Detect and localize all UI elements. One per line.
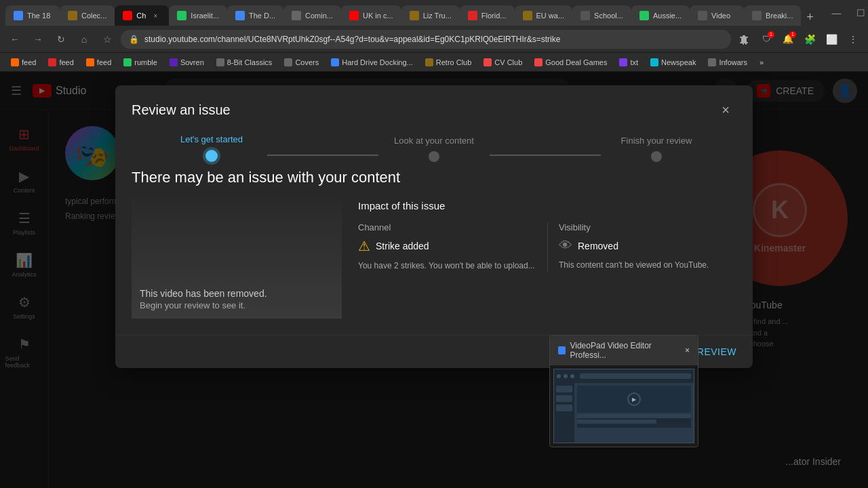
video-preview: This video has been removed. Begin your …	[132, 200, 342, 319]
tab-11[interactable]: School...	[572, 5, 631, 26]
removed-item: 👁 Removed	[559, 238, 726, 253]
bookmark-favicon-cvclub	[484, 58, 492, 66]
videopad-toolbar	[554, 369, 693, 383]
bookmark-label-infowars: Infowars	[719, 58, 747, 66]
bookmark-infowars[interactable]: Infowars	[703, 57, 753, 68]
sidebar-toggle-icon[interactable]: ⬜	[822, 30, 841, 49]
bookmark-retro[interactable]: Retro Club	[420, 57, 477, 68]
tab-6[interactable]: Comin...	[283, 5, 341, 26]
sidebar-item-mini-2	[556, 395, 572, 402]
strike-warning-icon: ⚠	[358, 238, 370, 254]
bookmark-label-2: feed	[59, 58, 73, 66]
modal-header: Review an issue ×	[115, 85, 753, 121]
bookmark-covers[interactable]: Covers	[279, 57, 324, 68]
tab-label-10: EU wa...	[536, 12, 565, 20]
bookmark-8bit[interactable]: 8-Bit Classics	[211, 57, 278, 68]
bookmark-cvclub[interactable]: CV Club	[478, 57, 528, 68]
tab-7[interactable]: UK in c...	[341, 5, 401, 26]
step-1-circle	[205, 150, 218, 162]
bookmark-more[interactable]: »	[754, 57, 769, 68]
timeline-track-2	[577, 420, 656, 424]
toolbar-menu	[580, 373, 690, 379]
tab-2[interactable]: Colec...	[60, 5, 115, 26]
bookmark-favicon-covers	[284, 58, 292, 66]
tab-14[interactable]: Breaki...	[744, 5, 801, 26]
home-button[interactable]: ⌂	[75, 30, 94, 49]
visibility-impact-col: Visibility 👁 Removed This content can't …	[547, 222, 736, 272]
tab-label-1: The 18	[27, 12, 50, 20]
bookmark-favicon-retro	[425, 58, 433, 66]
tab-favicon-9	[468, 11, 477, 20]
bookmark-txt[interactable]: txt	[614, 57, 644, 68]
visibility-label: Visibility	[559, 222, 726, 232]
tab-favicon-8	[410, 11, 419, 20]
notification-icon[interactable]: 🔔 1	[778, 30, 797, 49]
taskbar-popup-preview: ▶	[550, 365, 698, 447]
bookmark-feed-3[interactable]: feed	[81, 57, 117, 68]
forward-button[interactable]: →	[28, 30, 47, 49]
tab-4[interactable]: Israelit...	[169, 5, 227, 26]
bookmark-harddrive[interactable]: Hard Drive Docking...	[326, 57, 418, 68]
tab-close-3[interactable]: ×	[150, 10, 161, 21]
puzzle-icon[interactable]: 🧩	[800, 30, 819, 49]
issue-title: There may be an issue with your content	[132, 169, 736, 186]
removed-label: Removed	[578, 241, 618, 251]
taskbar-close-icon[interactable]: ×	[685, 346, 690, 355]
bookmark-sovren[interactable]: Sovren	[164, 57, 210, 68]
bookmark-favicon-txt	[619, 58, 627, 66]
bookmark-button[interactable]: ☆	[98, 30, 117, 49]
more-icon: »	[760, 58, 764, 66]
menu-icon[interactable]: ⋮	[844, 30, 863, 49]
page-content: ☰ ▶ Studio 🔍 ? 📹	[0, 72, 868, 488]
modal-overlay[interactable]: Review an issue × Let's get started	[0, 72, 868, 488]
bookmark-favicon-1	[11, 58, 19, 66]
new-tab-button[interactable]: +	[801, 8, 818, 26]
modal-close-button[interactable]: ×	[715, 99, 736, 121]
step-3-circle	[651, 151, 662, 162]
tab-13[interactable]: Video	[690, 5, 744, 26]
bookmark-favicon-rumble	[123, 58, 132, 66]
taskbar-popup-header: VideoPad Video Editor Professi... ×	[550, 336, 698, 365]
bookmark-gooddeal[interactable]: Good Deal Games	[529, 57, 612, 68]
tab-1[interactable]: The 18	[5, 5, 60, 26]
review-modal: Review an issue × Let's get started	[115, 85, 753, 368]
tab-5[interactable]: The D...	[227, 5, 283, 26]
minimize-button[interactable]: —	[827, 3, 846, 22]
shield-icon[interactable]: 🛡 1	[757, 30, 776, 49]
bookmark-newspeak[interactable]: Newspeak	[645, 57, 701, 68]
tab-3[interactable]: Ch ×	[115, 5, 169, 26]
tab-label-13: Video	[711, 12, 730, 20]
address-bar[interactable]: 🔒 studio.youtube.com/channel/UCte8NVRptU…	[121, 30, 731, 49]
timeline-track-1	[577, 414, 690, 418]
bookmark-favicon-harddrive	[331, 58, 339, 66]
bookmark-feed-1[interactable]: feed	[5, 57, 41, 68]
tab-label-12: Aussie...	[653, 12, 682, 20]
bookmark-rumble[interactable]: rumble	[118, 57, 163, 68]
step-2-circle	[429, 151, 439, 162]
bookmark-label-3: feed	[97, 58, 111, 66]
lock-icon: 🔒	[129, 35, 139, 44]
tab-9[interactable]: Florid...	[460, 5, 515, 26]
toolbar-dot-3	[570, 374, 574, 378]
strike-label: Strike added	[376, 241, 429, 251]
extensions-icon[interactable]	[735, 30, 754, 49]
reload-button[interactable]: ↻	[52, 30, 71, 49]
taskbar-popup[interactable]: VideoPad Video Editor Professi... ×	[549, 335, 698, 447]
tab-favicon-5	[235, 11, 245, 20]
bookmark-label-cvclub: CV Club	[494, 58, 522, 66]
maximize-button[interactable]: ☐	[851, 3, 868, 22]
removed-eye-icon: 👁	[559, 238, 572, 253]
bookmark-feed-2[interactable]: feed	[43, 57, 79, 68]
tab-10[interactable]: EU wa...	[515, 5, 573, 26]
step-connector-2	[490, 155, 601, 156]
tab-12[interactable]: Aussie...	[631, 5, 690, 26]
browser-frame: The 18 Colec... Ch × Israelit... The D..	[0, 0, 868, 488]
toolbar-dot-1	[557, 374, 561, 378]
tab-label-7: UK in c...	[363, 12, 393, 20]
bookmark-label-1: feed	[22, 58, 36, 66]
tab-8[interactable]: Liz Tru...	[401, 5, 460, 26]
bookmark-label-8bit: 8-Bit Classics	[227, 58, 273, 66]
step-3: Finish your review	[601, 136, 712, 162]
tab-favicon-13	[698, 11, 707, 20]
back-button[interactable]: ←	[5, 30, 24, 49]
